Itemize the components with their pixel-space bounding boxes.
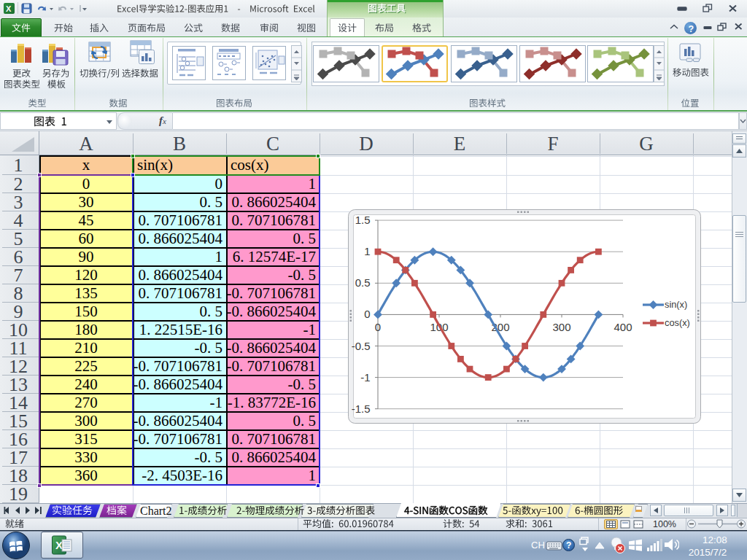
svg-text:cos(x): cos(x) bbox=[665, 317, 690, 328]
svg-text:400: 400 bbox=[614, 321, 632, 333]
svg-text:0: 0 bbox=[364, 308, 370, 320]
svg-text:0.5: 0.5 bbox=[355, 276, 371, 289]
svg-text:1.5: 1.5 bbox=[355, 214, 371, 226]
svg-text:300: 300 bbox=[552, 321, 570, 333]
svg-text:-0.5: -0.5 bbox=[352, 340, 371, 352]
svg-text:0: 0 bbox=[375, 321, 381, 333]
svg-text:-1.5: -1.5 bbox=[352, 402, 371, 415]
svg-text:-1: -1 bbox=[360, 371, 370, 384]
svg-text:1: 1 bbox=[364, 245, 370, 257]
svg-text:sin(x): sin(x) bbox=[665, 299, 687, 310]
